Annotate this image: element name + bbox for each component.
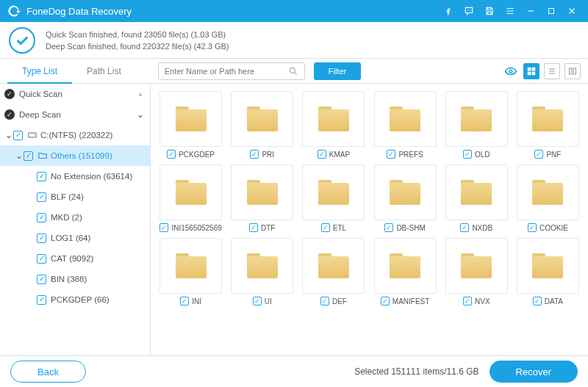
checkbox-icon[interactable]: ✓ <box>528 223 537 232</box>
folder-thumb <box>302 164 365 220</box>
sidebar-item[interactable]: ✓MKD (2) <box>0 207 150 228</box>
search-box[interactable] <box>158 62 305 80</box>
search-input[interactable] <box>165 67 288 76</box>
grid-item[interactable]: ✓DEF <box>301 238 366 305</box>
folder-thumb <box>445 164 508 220</box>
checkbox-icon[interactable]: ✓ <box>253 297 262 305</box>
filter-button[interactable]: Filter <box>314 62 361 80</box>
tab-type-list[interactable]: Type List <box>7 59 72 84</box>
sidebar-drive[interactable]: ⌄ ✓ C:(NTFS) (220322) <box>0 125 150 145</box>
checkbox-icon[interactable]: ✓ <box>167 150 176 159</box>
footer: Back Selected 151111 items/11.6 GB Recov… <box>0 355 588 387</box>
checkbox-icon[interactable]: ✓ <box>320 297 329 305</box>
checkbox-icon[interactable]: ✓ <box>24 151 33 161</box>
chevron-down-icon: ⌄ <box>4 130 13 140</box>
folder-icon <box>247 180 278 205</box>
checkbox-icon[interactable]: ✓ <box>37 275 46 284</box>
folder-thumb <box>374 164 437 220</box>
chevron-right-icon: › <box>135 90 146 98</box>
checkbox-icon[interactable]: ✓ <box>321 223 330 232</box>
item-label: DEF <box>332 297 347 305</box>
list-view-icon[interactable] <box>544 63 560 79</box>
maximize-icon[interactable] <box>542 2 560 20</box>
checkbox-icon[interactable]: ✓ <box>37 213 46 223</box>
folder-thumb <box>445 238 508 294</box>
folder-thumb <box>374 238 437 294</box>
sidebar-item-label: No Extension (63614) <box>51 172 146 181</box>
facebook-icon[interactable] <box>440 2 457 20</box>
checkbox-icon[interactable]: ✓ <box>534 150 543 159</box>
save-icon[interactable] <box>481 2 498 20</box>
sidebar-item[interactable]: ✓BLF (24) <box>0 187 150 207</box>
sidebar-item[interactable]: ✓PCKGDEP (66) <box>0 289 150 310</box>
checkbox-icon[interactable]: ✓ <box>387 150 395 159</box>
item-label: ETL <box>333 224 346 232</box>
checkbox-icon[interactable]: ✓ <box>384 223 393 232</box>
sidebar-item-label: BIN (388) <box>51 275 146 283</box>
grid-item[interactable]: ✓KMAP <box>301 91 366 159</box>
checkbox-icon[interactable]: ✓ <box>533 297 542 305</box>
close-icon[interactable] <box>563 2 581 20</box>
eye-icon[interactable] <box>503 63 519 79</box>
grid-item[interactable]: ✓PNF <box>515 91 581 159</box>
grid-item[interactable]: ✓ETL <box>301 164 366 232</box>
grid-item[interactable]: ✓PCKGDEP <box>158 91 223 159</box>
sidebar-item[interactable]: ✓No Extension (63614) <box>0 166 150 187</box>
recover-button[interactable]: Recover <box>490 361 578 383</box>
folder-icon <box>532 180 563 205</box>
grid-item[interactable]: ✓NVX <box>444 238 509 305</box>
feedback-icon[interactable] <box>460 2 478 20</box>
checkbox-icon[interactable]: ✓ <box>249 223 258 232</box>
grid-item[interactable]: ✓MANIFEST <box>373 238 438 305</box>
grid-item[interactable]: ✓NXDB <box>444 164 509 232</box>
minimize-icon[interactable] <box>522 2 539 20</box>
sidebar-others[interactable]: ⌄ ✓ Others (151099) <box>0 145 150 166</box>
sidebar-item[interactable]: ✓LOG1 (64) <box>0 228 150 248</box>
folder-thumb <box>517 164 579 220</box>
item-label: DTF <box>261 224 275 232</box>
grid-item[interactable]: ✓DTF <box>229 164 295 232</box>
detail-view-icon[interactable] <box>564 63 581 79</box>
sidebar-item[interactable]: ✓BIN (388) <box>0 269 150 289</box>
grid-item[interactable]: ✓INI1565052569 <box>158 164 223 232</box>
app-logo-icon <box>7 4 21 18</box>
tab-path-list[interactable]: Path List <box>72 59 136 84</box>
grid-item[interactable]: ✓PRI <box>229 91 295 159</box>
checkbox-icon[interactable]: ✓ <box>460 223 469 232</box>
grid-item[interactable]: ✓DATA <box>515 238 581 305</box>
checkbox-icon[interactable]: ✓ <box>381 297 390 305</box>
sidebar-quick-scan[interactable]: ✓ Quick Scan › <box>0 84 150 104</box>
grid-item[interactable]: ✓DB-SHM <box>373 164 438 232</box>
folder-icon <box>247 253 278 278</box>
titlebar: FoneDog Data Recovery <box>0 0 588 22</box>
grid-item[interactable]: ✓COOKIE <box>515 164 581 232</box>
checkbox-icon[interactable]: ✓ <box>37 254 46 264</box>
checkbox-icon[interactable]: ✓ <box>463 150 472 159</box>
checkbox-icon[interactable]: ✓ <box>250 150 259 159</box>
item-label: MANIFEST <box>392 297 430 305</box>
sidebar-item[interactable]: ✓CAT (9092) <box>0 248 150 269</box>
folder-icon <box>461 106 492 131</box>
folder-icon <box>318 253 349 278</box>
grid-item[interactable]: ✓INI <box>158 238 223 305</box>
back-button[interactable]: Back <box>10 361 86 383</box>
checkbox-icon[interactable]: ✓ <box>13 131 23 140</box>
checkbox-icon[interactable]: ✓ <box>37 192 46 202</box>
checkbox-icon[interactable]: ✓ <box>318 150 326 159</box>
folder-thumb <box>302 91 365 147</box>
menu-icon[interactable] <box>501 2 519 20</box>
grid-item[interactable]: ✓UI <box>229 238 295 305</box>
checkbox-icon[interactable]: ✓ <box>463 297 472 305</box>
grid-item[interactable]: ✓PREFS <box>373 91 438 159</box>
checkbox-icon[interactable]: ✓ <box>159 223 168 232</box>
folder-thumb <box>159 238 222 294</box>
grid-view-icon[interactable] <box>523 63 539 79</box>
checkbox-icon[interactable]: ✓ <box>37 234 46 243</box>
sidebar-deep-scan[interactable]: ✓ Deep Scan ⌄ <box>0 104 150 125</box>
checkbox-icon[interactable]: ✓ <box>37 295 46 305</box>
checkbox-icon[interactable]: ✓ <box>37 172 46 181</box>
item-label: PRI <box>262 151 274 159</box>
checkbox-icon[interactable]: ✓ <box>180 297 189 305</box>
folder-thumb <box>374 91 437 147</box>
grid-item[interactable]: ✓OLD <box>444 91 509 159</box>
